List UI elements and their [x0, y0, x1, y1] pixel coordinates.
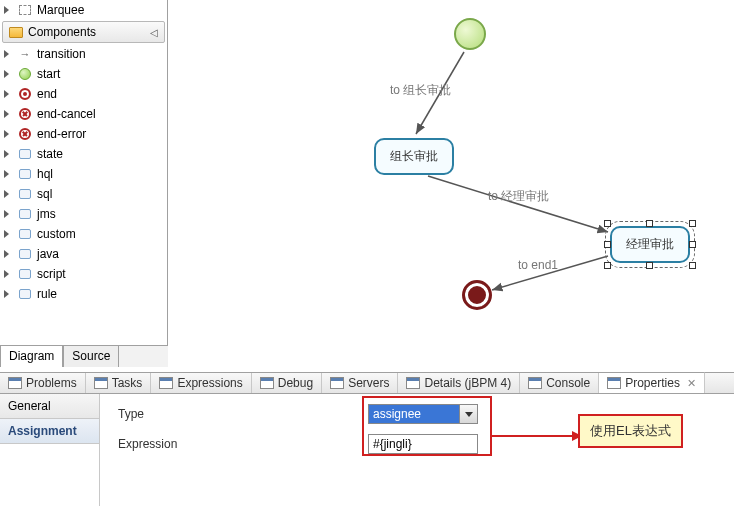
palette-item-state[interactable]: state	[0, 144, 167, 164]
palette-label: script	[37, 267, 66, 281]
tab-diagram[interactable]: Diagram	[0, 345, 63, 367]
palette-label: end	[37, 87, 57, 101]
view-tab-properties[interactable]: Properties✕	[599, 372, 705, 393]
palette-label: sql	[37, 187, 52, 201]
palette-label: end-error	[37, 127, 86, 141]
type-combo[interactable]: assignee	[368, 404, 478, 424]
view-tab-console[interactable]: Console	[520, 373, 599, 393]
palette: Marquee Components ◁ →transitionstartend…	[0, 0, 168, 345]
node-icon	[18, 207, 32, 221]
palette-group-label: Components	[28, 25, 96, 39]
node-icon	[18, 247, 32, 261]
palette-label: transition	[37, 47, 86, 61]
expression-input[interactable]: #{jingli}	[368, 434, 478, 454]
expand-icon	[4, 210, 9, 218]
view-tab-expressions[interactable]: Expressions	[151, 373, 251, 393]
view-tab-debug[interactable]: Debug	[252, 373, 322, 393]
view-icon	[607, 377, 621, 389]
tab-source[interactable]: Source	[63, 345, 119, 367]
type-label: Type	[118, 407, 368, 421]
expand-icon	[4, 170, 9, 178]
properties-panel: General Assignment Type assignee Express…	[0, 394, 734, 506]
palette-item-transition[interactable]: →transition	[0, 44, 167, 64]
expand-icon	[4, 270, 9, 278]
expand-icon	[4, 90, 9, 98]
type-value: assignee	[369, 405, 459, 423]
edge-label: to 组长审批	[390, 82, 451, 99]
palette-item-java[interactable]: java	[0, 244, 167, 264]
prop-tab-general[interactable]: General	[0, 394, 99, 419]
edge-label: to 经理审批	[488, 188, 549, 205]
expand-icon	[4, 50, 9, 58]
close-icon[interactable]: ✕	[687, 377, 696, 390]
view-icon	[94, 377, 108, 389]
node-icon	[18, 167, 32, 181]
view-icon	[8, 377, 22, 389]
palette-item-end-cancel[interactable]: end-cancel	[0, 104, 167, 124]
palette-item-custom[interactable]: custom	[0, 224, 167, 244]
palette-item-start[interactable]: start	[0, 64, 167, 84]
expand-icon	[4, 250, 9, 258]
node-icon	[18, 227, 32, 241]
palette-item-rule[interactable]: rule	[0, 284, 167, 304]
chevron-down-icon: ◁	[150, 27, 158, 38]
view-icon	[159, 377, 173, 389]
palette-label: start	[37, 67, 60, 81]
edge-label: to end1	[518, 258, 558, 272]
palette-label: end-cancel	[37, 107, 96, 121]
view-tabs: ProblemsTasksExpressionsDebugServersDeta…	[0, 372, 734, 394]
diagram-canvas[interactable]: to 组长审批 组长审批 to 经理审批 经理审批 to end1	[168, 0, 734, 345]
marquee-icon	[18, 3, 32, 17]
palette-label: state	[37, 147, 63, 161]
view-icon	[406, 377, 420, 389]
view-tab-tasks[interactable]: Tasks	[86, 373, 152, 393]
palette-label: hql	[37, 167, 53, 181]
expand-icon	[4, 130, 9, 138]
end-cancel-icon	[18, 127, 32, 141]
expand-icon	[4, 110, 9, 118]
start-icon	[18, 67, 32, 81]
expand-icon	[4, 190, 9, 198]
palette-item-script[interactable]: script	[0, 264, 167, 284]
end-cancel-icon	[18, 107, 32, 121]
palette-label: Marquee	[37, 3, 84, 17]
expand-icon	[4, 290, 9, 298]
task-node-1[interactable]: 组长审批	[374, 138, 454, 175]
chevron-down-icon[interactable]	[459, 405, 477, 423]
properties-categories: General Assignment	[0, 394, 100, 506]
task-node-2-selected[interactable]: 经理审批	[610, 226, 690, 263]
view-icon	[528, 377, 542, 389]
arrow-icon	[492, 426, 582, 446]
palette-item-end[interactable]: end	[0, 84, 167, 104]
expand-icon	[4, 70, 9, 78]
properties-form: Type assignee Expression #{jingli} 使用EL表…	[100, 394, 734, 506]
palette-label: custom	[37, 227, 76, 241]
palette-group-components[interactable]: Components ◁	[2, 21, 165, 43]
expand-icon	[4, 230, 9, 238]
node-icon	[18, 267, 32, 281]
folder-icon	[9, 27, 23, 38]
annotation-callout: 使用EL表达式	[578, 414, 683, 448]
prop-tab-assignment[interactable]: Assignment	[0, 419, 99, 444]
view-icon	[330, 377, 344, 389]
node-icon	[18, 147, 32, 161]
view-tab-servers[interactable]: Servers	[322, 373, 398, 393]
palette-label: jms	[37, 207, 56, 221]
palette-label: java	[37, 247, 59, 261]
palette-item-sql[interactable]: sql	[0, 184, 167, 204]
end-node[interactable]	[462, 280, 492, 310]
end-icon	[18, 87, 32, 101]
expand-icon	[4, 150, 9, 158]
start-node[interactable]	[454, 18, 486, 50]
expression-label: Expression	[118, 437, 368, 451]
palette-marquee[interactable]: Marquee	[0, 0, 167, 20]
view-tab-problems[interactable]: Problems	[0, 373, 86, 393]
transition-icon: →	[18, 47, 32, 61]
palette-item-hql[interactable]: hql	[0, 164, 167, 184]
palette-item-jms[interactable]: jms	[0, 204, 167, 224]
view-icon	[260, 377, 274, 389]
palette-item-end-error[interactable]: end-error	[0, 124, 167, 144]
connectors	[168, 0, 734, 345]
view-tab-details-jbpm-4-[interactable]: Details (jBPM 4)	[398, 373, 520, 393]
node-icon	[18, 287, 32, 301]
